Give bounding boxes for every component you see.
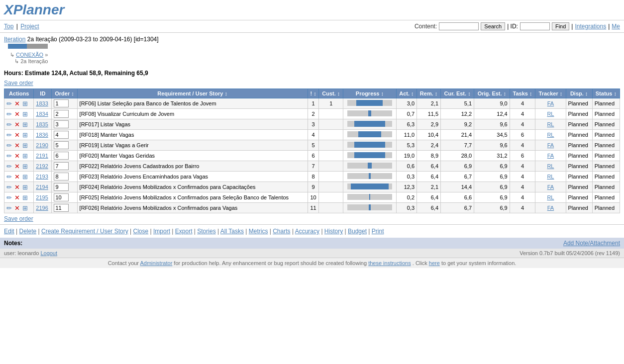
col-cur-est[interactable]: Cur. Est. ↕	[441, 89, 474, 98]
here-link[interactable]: here	[429, 260, 440, 266]
tracker-link[interactable]: RL	[547, 121, 554, 127]
copy-icon[interactable]: ⊞	[22, 163, 29, 170]
id-link[interactable]: 1834	[36, 111, 48, 117]
tracker-link[interactable]: RL	[547, 174, 554, 180]
col-disp[interactable]: Disp. ↕	[566, 89, 592, 98]
edit-icon[interactable]: ✏	[6, 204, 13, 211]
order-input[interactable]	[54, 131, 69, 139]
id-link[interactable]: 1835	[36, 121, 48, 127]
edit-icon[interactable]: ✏	[6, 152, 13, 159]
delete-icon[interactable]: ✕	[14, 121, 21, 128]
all-tasks-link[interactable]: All Tasks	[220, 228, 244, 235]
copy-icon[interactable]: ⊞	[22, 183, 29, 190]
col-cust[interactable]: Cust. ↕	[319, 89, 343, 98]
order-input[interactable]	[54, 204, 69, 212]
id-link[interactable]: 1833	[36, 100, 48, 106]
charts-link[interactable]: Charts	[273, 228, 290, 235]
integrations-link[interactable]: Integrations	[575, 23, 606, 30]
id-link[interactable]: 2192	[36, 163, 48, 169]
delete-link[interactable]: Delete	[19, 228, 36, 235]
col-id[interactable]: ID	[34, 89, 52, 98]
id-link[interactable]: 2196	[36, 205, 48, 211]
copy-icon[interactable]: ⊞	[22, 173, 29, 180]
edit-icon[interactable]: ✏	[6, 173, 13, 180]
id-input[interactable]	[520, 22, 550, 30]
col-excl[interactable]: ! ↕	[308, 89, 319, 98]
tracker-link[interactable]: RL	[547, 111, 554, 117]
history-link[interactable]: History	[324, 228, 343, 235]
search-button[interactable]: Search	[481, 22, 505, 30]
save-order-top-link[interactable]: Save order	[4, 80, 33, 87]
tracker-link[interactable]: RL	[547, 132, 554, 138]
order-input[interactable]	[54, 152, 69, 160]
edit-icon[interactable]: ✏	[6, 142, 13, 149]
copy-icon[interactable]: ⊞	[22, 110, 29, 117]
print-link[interactable]: Print	[372, 228, 384, 235]
logout-link[interactable]: Logout	[40, 250, 57, 256]
col-story[interactable]: Requirement / User Story ↕	[77, 89, 308, 98]
edit-icon[interactable]: ✏	[6, 163, 13, 170]
delete-icon[interactable]: ✕	[14, 152, 21, 159]
edit-icon[interactable]: ✏	[6, 194, 13, 201]
copy-icon[interactable]: ⊞	[22, 204, 29, 211]
delete-icon[interactable]: ✕	[14, 173, 21, 180]
col-progress[interactable]: Progress ↕	[343, 89, 397, 98]
delete-icon[interactable]: ✕	[14, 100, 21, 107]
budget-link[interactable]: Budget	[348, 228, 367, 235]
edit-icon[interactable]: ✏	[6, 183, 13, 190]
delete-icon[interactable]: ✕	[14, 110, 21, 117]
order-input[interactable]	[54, 162, 69, 170]
order-input[interactable]	[54, 141, 69, 149]
col-rem[interactable]: Rem. ↕	[417, 89, 441, 98]
copy-icon[interactable]: ⊞	[22, 142, 29, 149]
id-link[interactable]: 2190	[36, 142, 48, 148]
delete-icon[interactable]: ✕	[14, 183, 21, 190]
project-link[interactable]: Project	[20, 23, 39, 30]
copy-icon[interactable]: ⊞	[22, 121, 29, 128]
accuracy-link[interactable]: Accuracy	[295, 228, 319, 235]
iteration-link[interactable]: Iteration	[4, 36, 25, 43]
metrics-link[interactable]: Metrics	[249, 228, 268, 235]
col-order[interactable]: Order ↕	[52, 89, 77, 98]
create-req-link[interactable]: Create Requirement / User Story	[41, 228, 128, 235]
copy-icon[interactable]: ⊞	[22, 100, 29, 107]
tracker-link[interactable]: FA	[547, 184, 554, 190]
order-input[interactable]	[54, 99, 69, 107]
import-link[interactable]: Import	[153, 228, 170, 235]
edit-link[interactable]: Edit	[4, 228, 14, 235]
tracker-link[interactable]: RL	[547, 163, 554, 169]
tracker-link[interactable]: FA	[547, 142, 554, 148]
these-instructions-link[interactable]: these instructions	[368, 260, 411, 266]
order-input[interactable]	[54, 110, 69, 118]
id-link[interactable]: 1836	[36, 132, 48, 138]
delete-icon[interactable]: ✕	[14, 142, 21, 149]
admin-link[interactable]: Administrator	[140, 260, 173, 266]
stories-link[interactable]: Stories	[197, 228, 215, 235]
order-input[interactable]	[54, 193, 69, 201]
col-tracker[interactable]: Tracker ↕	[535, 89, 566, 98]
edit-icon[interactable]: ✏	[6, 110, 13, 117]
col-status[interactable]: Status ↕	[592, 89, 620, 98]
tracker-link[interactable]: FA	[547, 100, 554, 106]
order-input[interactable]	[54, 120, 69, 128]
tracker-link[interactable]: FA	[547, 205, 554, 211]
col-act[interactable]: Act. ↕	[396, 89, 416, 98]
tracker-link[interactable]: FA	[547, 153, 554, 159]
id-link[interactable]: 2194	[36, 184, 48, 190]
order-input[interactable]	[54, 183, 69, 191]
top-link[interactable]: Top	[4, 23, 13, 30]
tracker-link[interactable]: RL	[547, 194, 554, 200]
breadcrumb-root[interactable]: CONEXÃO	[16, 52, 43, 58]
delete-icon[interactable]: ✕	[14, 194, 21, 201]
export-link[interactable]: Export	[175, 228, 193, 235]
delete-icon[interactable]: ✕	[14, 204, 21, 211]
save-order-bottom-link[interactable]: Save order	[4, 215, 33, 222]
me-link[interactable]: Me	[612, 23, 620, 30]
copy-icon[interactable]: ⊞	[22, 131, 29, 138]
edit-icon[interactable]: ✏	[6, 100, 13, 107]
find-button[interactable]: Find	[552, 22, 569, 30]
add-note-link[interactable]: Add Note/Attachment	[563, 240, 620, 247]
delete-icon[interactable]: ✕	[14, 131, 21, 138]
delete-icon[interactable]: ✕	[14, 163, 21, 170]
copy-icon[interactable]: ⊞	[22, 194, 29, 201]
